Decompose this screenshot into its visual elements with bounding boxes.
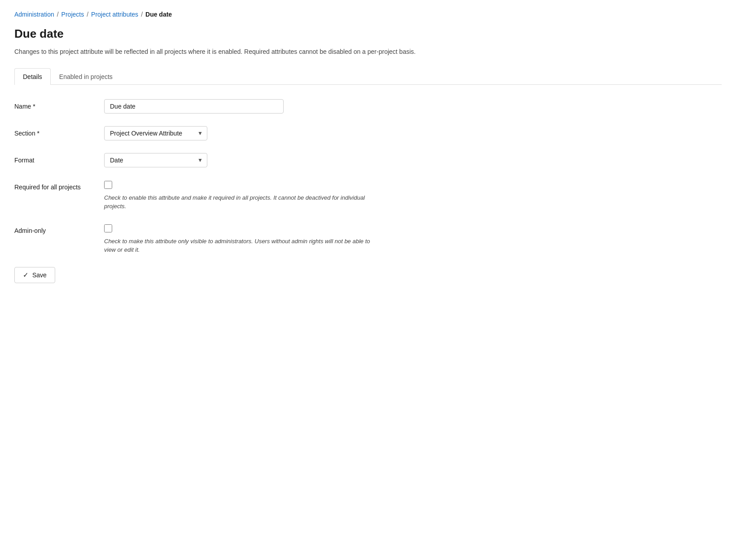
section-field-row: Section * Project Overview Attribute Oth… <box>14 126 418 140</box>
required-checkbox[interactable] <box>104 181 112 189</box>
name-input[interactable] <box>104 99 284 114</box>
breadcrumb-current: Due date <box>145 11 172 18</box>
tab-enabled-in-projects[interactable]: Enabled in projects <box>51 68 121 85</box>
admin-field-row: Admin-only Check to make this attribute … <box>14 223 418 254</box>
save-button-container: ✓ Save <box>14 267 418 283</box>
name-label: Name * <box>14 99 104 110</box>
format-control: Date Text Number Boolean ▼ <box>104 153 418 167</box>
breadcrumb-admin[interactable]: Administration <box>14 11 54 18</box>
name-field-row: Name * <box>14 99 418 114</box>
breadcrumb-sep-1: / <box>57 11 59 18</box>
format-label: Format <box>14 153 104 164</box>
tabs-container: Details Enabled in projects <box>14 68 722 85</box>
section-select[interactable]: Project Overview Attribute Other Section <box>104 126 207 140</box>
breadcrumb-sep-2: / <box>87 11 88 18</box>
required-control: Check to enable this attribute and make … <box>104 180 418 211</box>
form: Name * Section * Project Overview Attrib… <box>14 99 418 283</box>
required-field-row: Required for all projects Check to enabl… <box>14 180 418 211</box>
required-label: Required for all projects <box>14 180 104 191</box>
admin-control: Check to make this attribute only visibl… <box>104 223 418 254</box>
required-hint: Check to enable this attribute and make … <box>104 193 373 211</box>
tab-details[interactable]: Details <box>14 68 51 85</box>
format-select-wrapper: Date Text Number Boolean ▼ <box>104 153 207 167</box>
admin-label: Admin-only <box>14 223 104 234</box>
format-field-row: Format Date Text Number Boolean ▼ <box>14 153 418 167</box>
save-button-label: Save <box>32 271 47 279</box>
page-description: Changes to this project attribute will b… <box>14 47 418 57</box>
save-button[interactable]: ✓ Save <box>14 267 55 283</box>
page-title: Due date <box>14 27 722 41</box>
name-control <box>104 99 418 114</box>
section-select-wrapper: Project Overview Attribute Other Section… <box>104 126 207 140</box>
admin-hint: Check to make this attribute only visibl… <box>104 237 373 254</box>
breadcrumb-project-attributes[interactable]: Project attributes <box>91 11 138 18</box>
breadcrumb-projects[interactable]: Projects <box>61 11 84 18</box>
section-control: Project Overview Attribute Other Section… <box>104 126 418 140</box>
checkmark-icon: ✓ <box>23 271 29 279</box>
section-label: Section * <box>14 126 104 137</box>
admin-checkbox[interactable] <box>104 224 112 232</box>
format-select[interactable]: Date Text Number Boolean <box>104 153 207 167</box>
breadcrumb: Administration / Projects / Project attr… <box>14 11 722 18</box>
breadcrumb-sep-3: / <box>141 11 143 18</box>
